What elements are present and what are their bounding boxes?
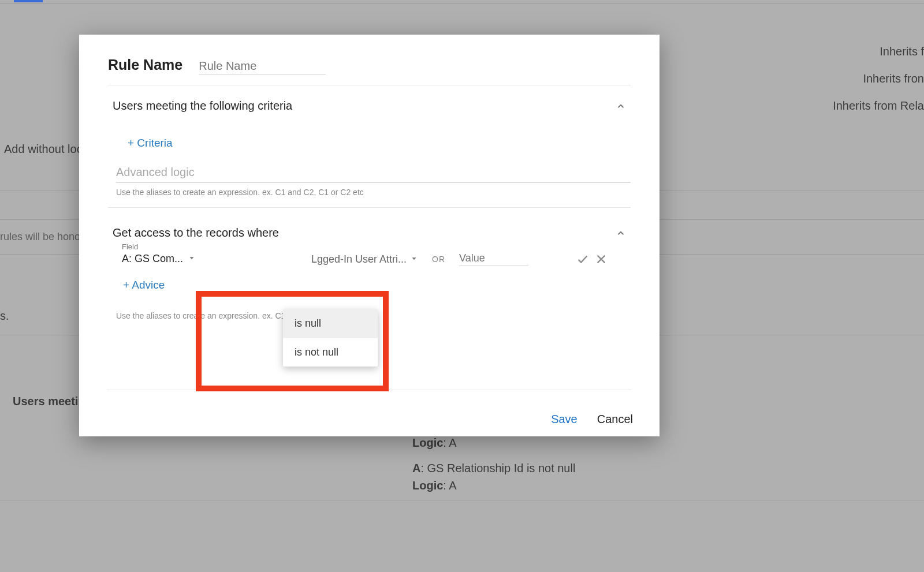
add-advice-link[interactable]: + Advice: [123, 279, 165, 291]
row-actions: [576, 253, 625, 266]
save-button[interactable]: Save: [551, 413, 578, 426]
advanced-logic-input[interactable]: Advanced logic: [116, 166, 631, 183]
caret-down-icon: [410, 253, 418, 266]
section-title-users: Users meeting the following criteria: [113, 99, 292, 113]
operator-option-is-not-null[interactable]: is not null: [283, 338, 378, 367]
add-criteria-link[interactable]: + Criteria: [128, 137, 173, 149]
section-divider: [108, 207, 631, 208]
section-users-criteria: Users meeting the following criteria + C…: [108, 91, 631, 214]
caret-down-icon: [188, 253, 196, 265]
confirm-icon[interactable]: [576, 253, 589, 266]
modal-footer: Save Cancel: [551, 413, 633, 426]
rule-name-input[interactable]: [199, 58, 326, 74]
value-input[interactable]: [459, 252, 528, 266]
advanced-logic-block-1: Advanced logic Use the aliases to create…: [108, 166, 631, 197]
field-value-text: A: GS Com...: [122, 253, 183, 265]
operator-option-is-null[interactable]: is null: [283, 309, 378, 338]
rule-modal: Rule Name Users meeting the following cr…: [79, 35, 660, 436]
field-selector[interactable]: Field A: GS Com...: [122, 253, 197, 266]
chevron-up-icon[interactable]: [616, 101, 626, 111]
cancel-button[interactable]: Cancel: [597, 413, 633, 426]
or-separator: OR: [432, 255, 445, 264]
rule-name-label: Rule Name: [108, 57, 182, 73]
svg-marker-0: [190, 257, 194, 259]
close-icon[interactable]: [595, 253, 608, 266]
advanced-logic-hint: Use the aliases to create an expression.…: [116, 188, 631, 197]
operator-dropdown: is null is not null: [283, 309, 378, 367]
field-label: Field: [122, 242, 138, 251]
section-title-records: Get access to the records where: [113, 226, 279, 240]
user-attribute-selector[interactable]: Lgged-In User Attri...: [311, 253, 418, 266]
svg-marker-1: [412, 257, 416, 260]
chevron-up-icon[interactable]: [616, 228, 626, 238]
footer-divider: [107, 390, 632, 390]
user-attribute-text: Lgged-In User Attri...: [311, 253, 407, 266]
modal-header: Rule Name: [108, 57, 631, 85]
filter-row: Field A: GS Com... Lgged-In User Attri..…: [108, 240, 631, 266]
